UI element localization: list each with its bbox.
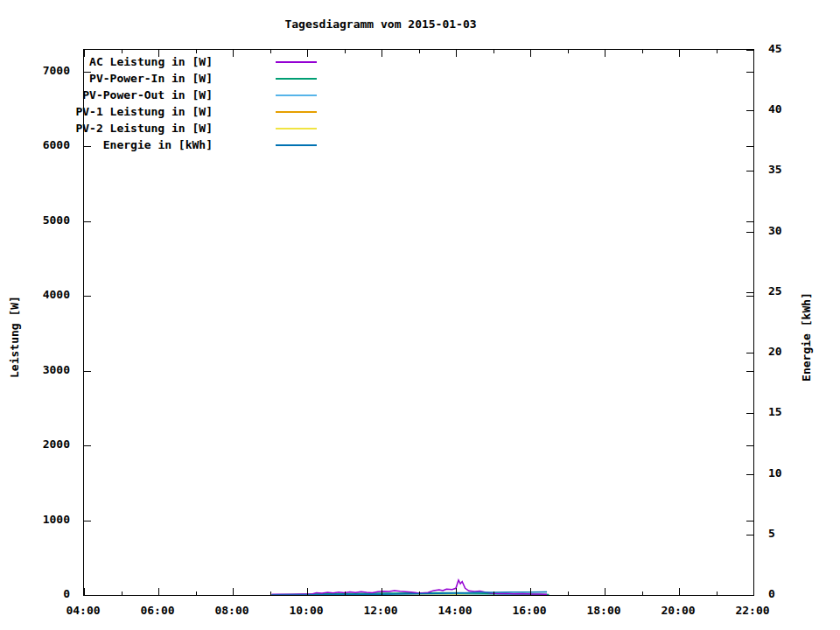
y-left-tick-mirror xyxy=(746,296,753,297)
x-tick xyxy=(419,592,420,595)
x-tick-mirror xyxy=(345,50,346,53)
x-tick-label: 12:00 xyxy=(354,604,407,618)
x-tick-mirror xyxy=(419,50,420,53)
x-tick xyxy=(530,588,531,595)
y-left-tick xyxy=(84,221,91,222)
x-tick-mirror xyxy=(307,50,308,57)
x-tick-mirror xyxy=(679,50,680,57)
x-tick xyxy=(84,588,85,595)
x-tick-label: 16:00 xyxy=(503,604,556,618)
y-left-tick-label: 0 xyxy=(0,587,70,601)
y-right-tick xyxy=(746,353,753,354)
y-right-tick xyxy=(746,413,753,414)
y-left-tick xyxy=(84,521,91,522)
y-right-tick xyxy=(746,595,753,596)
x-tick-label: 14:00 xyxy=(429,604,481,618)
y-left-tick-label: 3000 xyxy=(0,363,70,377)
legend-label: PV-Power-In in [W] xyxy=(0,72,213,86)
x-tick-label: 04:00 xyxy=(57,604,109,618)
daily-power-chart: Tagesdiagramm vom 2015-01-03 Leistung [W… xyxy=(0,0,840,630)
x-tick-mirror xyxy=(494,50,494,53)
x-tick xyxy=(717,592,718,595)
y-right-tick xyxy=(746,474,753,475)
x-tick xyxy=(345,592,346,595)
x-tick xyxy=(307,588,308,595)
x-tick-mirror xyxy=(456,50,457,57)
y-left-tick-mirror xyxy=(746,146,753,147)
legend-swatch xyxy=(276,111,317,113)
y-left-tick-label: 1000 xyxy=(0,513,70,527)
legend-label: AC Leistung in [W] xyxy=(0,55,213,69)
y-right-tick-label: 35 xyxy=(768,163,782,177)
x-tick xyxy=(158,588,159,595)
legend-swatch xyxy=(276,94,317,96)
x-tick-label: 18:00 xyxy=(578,604,630,618)
y-left-tick xyxy=(84,595,91,596)
y-left-tick xyxy=(84,445,91,446)
y-right-tick-label: 20 xyxy=(768,345,782,359)
x-tick-label: 20:00 xyxy=(652,604,704,618)
y-right-tick-label: 5 xyxy=(768,527,775,541)
y-right-tick-label: 0 xyxy=(768,587,775,601)
y-left-tick-mirror xyxy=(746,521,753,522)
x-tick-mirror xyxy=(233,50,234,57)
legend-label: Energie in [kWh] xyxy=(0,138,213,152)
x-tick xyxy=(679,588,680,595)
y-left-tick-mirror xyxy=(746,72,753,73)
y-left-tick-label: 5000 xyxy=(0,214,70,228)
x-tick-mirror xyxy=(122,50,122,53)
y-right-tick-label: 25 xyxy=(768,284,782,298)
x-tick xyxy=(270,592,271,595)
x-tick xyxy=(196,592,197,595)
y-left-tick-mirror xyxy=(746,221,753,222)
legend-swatch xyxy=(276,78,317,80)
y-left-tick-label: 4000 xyxy=(0,288,70,302)
y-right-tick-label: 15 xyxy=(768,405,782,419)
x-tick xyxy=(605,588,606,595)
x-tick-label: 08:00 xyxy=(206,604,258,618)
y-left-tick xyxy=(84,371,91,372)
y-right-tick-label: 10 xyxy=(768,466,782,480)
x-tick-mirror xyxy=(717,50,718,53)
y-left-tick-mirror xyxy=(746,371,753,372)
y-axis-right-title: Energie [kWh] xyxy=(800,179,814,494)
y-right-tick xyxy=(746,50,753,51)
x-tick-mirror xyxy=(605,50,606,57)
x-tick-label: 10:00 xyxy=(280,604,332,618)
x-tick xyxy=(456,588,457,595)
x-tick xyxy=(642,592,643,595)
x-tick-mirror xyxy=(382,50,382,57)
x-tick-label: 22:00 xyxy=(726,604,779,618)
y-right-tick xyxy=(746,535,753,536)
legend-swatch xyxy=(276,61,317,63)
x-tick xyxy=(233,588,234,595)
x-tick-mirror xyxy=(753,50,754,57)
x-tick xyxy=(753,588,754,595)
y-right-tick xyxy=(746,232,753,233)
legend-swatch xyxy=(276,144,317,146)
x-tick-mirror xyxy=(196,50,197,53)
x-tick xyxy=(568,592,569,595)
x-tick xyxy=(122,592,122,595)
y-right-tick-label: 45 xyxy=(768,42,782,56)
y-right-tick-label: 30 xyxy=(768,224,782,238)
y-left-tick-label: 2000 xyxy=(0,438,70,452)
y-right-tick-label: 40 xyxy=(768,102,782,116)
y-left-tick-mirror xyxy=(746,445,753,446)
x-tick-mirror xyxy=(568,50,569,53)
y-right-tick xyxy=(746,292,753,293)
legend-label: PV-2 Leistung in [W] xyxy=(0,122,213,136)
chart-title: Tagesdiagramm vom 2015-01-03 xyxy=(0,18,761,31)
x-tick xyxy=(494,592,494,595)
y-right-tick xyxy=(746,110,753,111)
y-left-tick xyxy=(84,296,91,297)
x-tick-mirror xyxy=(530,50,531,57)
x-tick-mirror xyxy=(270,50,271,53)
x-tick-label: 06:00 xyxy=(131,604,184,618)
legend-label: PV-Power-Out in [W] xyxy=(0,88,213,102)
y-right-tick xyxy=(746,171,753,172)
x-tick-mirror xyxy=(642,50,643,53)
legend-swatch xyxy=(276,128,317,130)
x-tick xyxy=(382,588,382,595)
legend-label: PV-1 Leistung in [W] xyxy=(0,105,213,119)
